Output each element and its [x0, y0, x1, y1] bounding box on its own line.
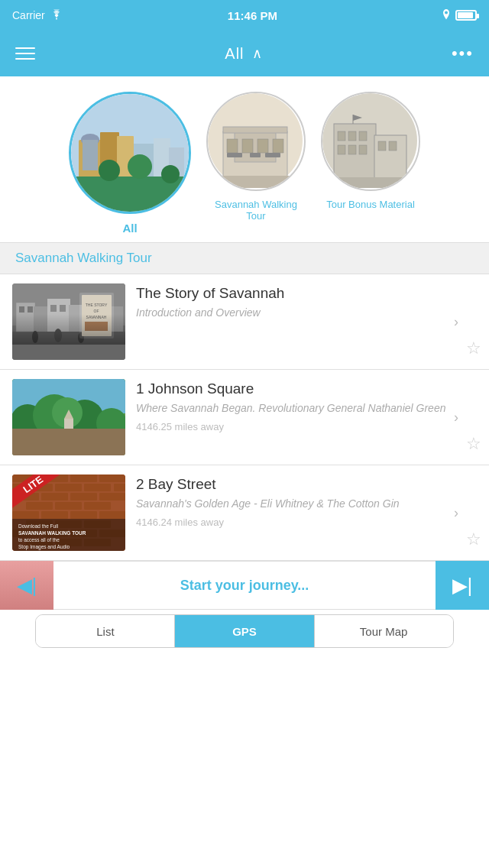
svg-rect-99 — [99, 511, 125, 519]
player-next-icon: ▶| — [452, 574, 473, 598]
player-journey-text: Start your journey... — [180, 578, 309, 594]
svg-rect-41 — [12, 326, 125, 332]
player-next-button[interactable]: ▶| — [436, 561, 489, 610]
svg-rect-93 — [26, 502, 53, 510]
menu-button[interactable] — [15, 47, 35, 60]
svg-rect-44 — [47, 299, 70, 332]
svg-rect-16 — [227, 139, 238, 153]
tour-circle-bonus[interactable]: Tour Bonus Material — [321, 92, 420, 235]
favorite-star-johnson[interactable]: ☆ — [466, 434, 481, 454]
tour-circle-all[interactable]: All — [69, 92, 191, 235]
svg-rect-75 — [12, 446, 125, 455]
svg-point-11 — [128, 154, 152, 179]
tour-thumb-johnson — [12, 379, 125, 455]
svg-rect-74 — [12, 440, 125, 455]
carrier-label: Carrier — [12, 9, 45, 21]
tour-item-distance-johnson: 4146.25 miles away — [136, 421, 477, 432]
svg-text:SAVANNAH: SAVANNAH — [86, 315, 107, 319]
tour-circle-all-label: All — [122, 222, 137, 235]
tour-circle-walking[interactable]: Savannah Walking Tour — [206, 92, 306, 235]
svg-rect-18 — [257, 139, 268, 153]
svg-rect-76 — [64, 419, 73, 443]
svg-rect-24 — [265, 153, 280, 157]
svg-rect-73 — [109, 436, 114, 449]
svg-rect-34 — [378, 141, 386, 151]
svg-rect-50 — [50, 305, 57, 312]
svg-rect-70 — [25, 434, 30, 449]
svg-rect-21 — [208, 176, 303, 188]
chevron-right-johnson: › — [454, 410, 458, 426]
section-header-text: Savannah Walking Tour — [15, 251, 152, 265]
chevron-right-bay: › — [454, 505, 458, 521]
svg-rect-82 — [70, 474, 97, 482]
svg-rect-96 — [12, 511, 39, 519]
player-bar: ◀| Start your journey... ▶| — [0, 561, 489, 610]
svg-rect-38 — [322, 177, 417, 188]
svg-text:Stop Images and Audio: Stop Images and Audio — [18, 544, 70, 550]
tour-item-johnson[interactable]: 1 Johnson Square Where Savannah Began. R… — [0, 370, 489, 465]
tour-circle-bonus-img — [321, 92, 420, 191]
tour-circle-bonus-label: Tour Bonus Material — [326, 199, 415, 210]
time-display: 11:46 PM — [228, 9, 277, 22]
tour-item-subtitle-story: Introduction and Overview — [136, 306, 477, 321]
svg-rect-83 — [99, 474, 125, 482]
tour-item-story[interactable]: THE STORY OF SAVANNAH The Story of Savan… — [0, 274, 489, 370]
bottom-tab-bar: List GPS Tour Map — [0, 610, 489, 653]
player-prev-icon: ◀| — [17, 574, 37, 598]
svg-rect-35 — [389, 141, 397, 151]
status-right — [442, 9, 477, 22]
tab-gps[interactable]: GPS — [175, 615, 313, 647]
nav-title-area[interactable]: All ∧ — [225, 45, 261, 63]
svg-rect-33 — [359, 145, 367, 154]
tour-circle-walking-img — [206, 92, 306, 191]
svg-point-10 — [99, 160, 120, 181]
svg-rect-92 — [99, 493, 125, 500]
tour-item-distance-bay: 4146.24 miles away — [136, 517, 477, 528]
svg-rect-98 — [70, 511, 97, 519]
favorite-star-story[interactable]: ☆ — [466, 338, 481, 358]
svg-rect-90 — [41, 493, 68, 500]
svg-rect-48 — [19, 306, 24, 313]
tour-item-title-story: The Story of Savannah — [136, 285, 477, 302]
svg-rect-58 — [82, 295, 112, 336]
tour-item-title-bay: 2 Bay Street — [136, 476, 477, 493]
tour-list: THE STORY OF SAVANNAH The Story of Savan… — [0, 274, 489, 561]
svg-rect-88 — [114, 484, 125, 491]
nav-bar: All ∧ ••• — [0, 31, 489, 76]
section-header: Savannah Walking Tour — [0, 242, 489, 274]
tab-group: List GPS Tour Map — [35, 614, 453, 648]
svg-rect-91 — [70, 493, 97, 500]
tour-thumb-story: THE STORY OF SAVANNAH — [12, 283, 125, 360]
tab-tour-map[interactable]: Tour Map — [315, 615, 453, 647]
svg-rect-51 — [60, 305, 66, 312]
svg-rect-19 — [273, 139, 283, 153]
svg-rect-28 — [338, 131, 345, 141]
svg-rect-62 — [85, 322, 108, 331]
favorite-star-bay[interactable]: ☆ — [466, 530, 481, 549]
svg-rect-32 — [348, 145, 356, 154]
svg-rect-31 — [338, 145, 345, 154]
svg-point-12 — [161, 165, 180, 183]
tour-item-subtitle-johnson: Where Savannah Began. Revolutionary Gene… — [136, 401, 477, 416]
location-icon — [442, 9, 451, 22]
tour-item-bay[interactable]: LITE Download the Full SAVANNAH WALKING … — [0, 465, 489, 561]
more-button[interactable]: ••• — [452, 44, 474, 63]
tour-item-title-johnson: 1 Johnson Square — [136, 381, 477, 397]
player-prev-button[interactable]: ◀| — [0, 561, 53, 610]
svg-point-56 — [78, 332, 84, 343]
svg-rect-29 — [348, 131, 356, 141]
tour-item-content-story: The Story of Savannah Introduction and O… — [136, 283, 477, 360]
status-left: Carrier — [12, 9, 63, 22]
nav-chevron-icon: ∧ — [252, 45, 262, 62]
svg-rect-23 — [250, 153, 261, 157]
tab-list[interactable]: List — [36, 615, 174, 647]
svg-point-54 — [32, 331, 38, 343]
svg-rect-94 — [55, 502, 82, 510]
svg-rect-85 — [55, 484, 82, 491]
svg-rect-95 — [84, 502, 111, 510]
wifi-icon — [50, 9, 63, 22]
svg-rect-17 — [242, 139, 253, 153]
svg-rect-97 — [41, 511, 68, 519]
svg-rect-43 — [34, 306, 49, 332]
svg-rect-78 — [12, 439, 125, 441]
